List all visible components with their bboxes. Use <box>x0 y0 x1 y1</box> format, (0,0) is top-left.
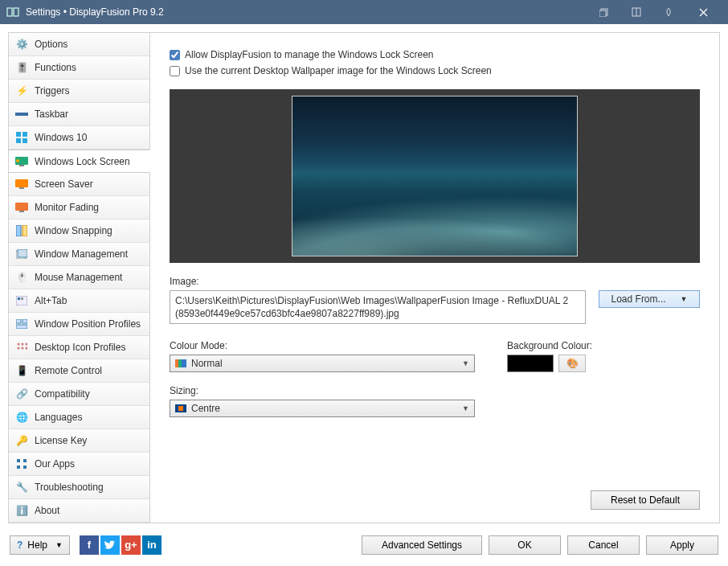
image-path-field[interactable]: C:\Users\Keith\Pictures\DisplayFusion\We… <box>170 290 586 324</box>
help-icon: ? <box>17 539 22 551</box>
info-icon: ℹ️ <box>15 504 28 517</box>
apply-button[interactable]: Apply <box>646 535 718 555</box>
sidebar-item-label: Troubleshooting <box>35 482 104 493</box>
restore-icon[interactable] <box>588 0 620 24</box>
sidebar-item-screensaver[interactable]: Screen Saver <box>9 173 149 196</box>
cancel-button[interactable]: Cancel <box>567 535 640 555</box>
sidebar-item-label: Triggers <box>35 85 70 96</box>
svg-rect-28 <box>22 319 27 323</box>
facebook-icon[interactable]: f <box>80 535 99 555</box>
sizing-select[interactable]: Centre ▼ <box>170 400 475 417</box>
sidebar-item-label: Compatibility <box>35 388 90 400</box>
twitter-icon[interactable] <box>100 535 120 555</box>
use-current-input[interactable] <box>170 66 180 76</box>
sidebar-item-troubleshoot[interactable]: 🔧Troubleshooting <box>9 476 149 499</box>
sidebar-item-mouse[interactable]: 🖱️Mouse Management <box>9 266 149 289</box>
wrench-icon: 🔧 <box>15 481 28 494</box>
sidebar-item-taskbar[interactable]: Taskbar <box>9 103 149 126</box>
sidebar-item-triggers[interactable]: ⚡Triggers <box>9 80 149 103</box>
svg-rect-27 <box>16 319 21 323</box>
svg-rect-25 <box>18 297 20 300</box>
snapping-icon <box>15 224 28 237</box>
svg-rect-11 <box>16 138 21 143</box>
mouse-icon: 🖱️ <box>15 271 28 284</box>
sidebar-item-fading[interactable]: Monitor Fading <box>9 196 149 219</box>
sidebar-item-lockscreen[interactable]: Windows Lock Screen <box>9 150 150 173</box>
palette-icon <box>175 359 186 367</box>
sidebar-item-label: Remote Control <box>35 365 102 376</box>
svg-point-31 <box>22 343 24 346</box>
use-current-checkbox[interactable]: Use the current Desktop Wallpaper image … <box>170 65 700 76</box>
bg-colour-swatch <box>507 355 554 372</box>
allow-manage-checkbox[interactable]: Allow DisplayFusion to manage the Window… <box>170 49 700 60</box>
bg-colour-label: Background Colour: <box>507 340 700 351</box>
sizing-label: Sizing: <box>170 385 475 396</box>
svg-rect-3 <box>599 10 606 17</box>
ok-button[interactable]: OK <box>489 535 561 555</box>
colour-mode-select[interactable]: Normal ▼ <box>170 355 475 372</box>
svg-point-30 <box>18 343 20 346</box>
footer: ? Help ▼ f g+ in Advanced Settings OK Ca… <box>8 523 720 558</box>
sidebar-item-snapping[interactable]: Window Snapping <box>9 219 149 243</box>
sidebar-item-positions[interactable]: Window Position Profiles <box>9 313 149 336</box>
compat-icon: 🔗 <box>15 388 28 400</box>
key-icon: 🔑 <box>15 434 28 447</box>
sidebar-item-license[interactable]: 🔑License Key <box>9 429 149 453</box>
close-icon[interactable] <box>685 0 722 24</box>
sidebar-item-options[interactable]: ⚙️Options <box>9 33 149 56</box>
pin-icon[interactable] <box>652 0 685 24</box>
svg-rect-10 <box>22 132 27 137</box>
centre-icon <box>175 404 186 412</box>
svg-rect-26 <box>21 297 23 300</box>
sidebar-item-label: Window Snapping <box>35 225 112 236</box>
screensaver-icon <box>15 178 28 191</box>
preview-image <box>292 96 578 256</box>
monitor-icon <box>15 155 28 168</box>
svg-point-32 <box>26 343 28 346</box>
svg-rect-23 <box>18 249 27 257</box>
svg-rect-37 <box>23 459 27 462</box>
sidebar-item-label: About <box>35 505 59 516</box>
windows-icon <box>15 131 28 144</box>
sidebar-item-remote[interactable]: 📱Remote Control <box>9 359 149 383</box>
sidebar-item-winmgmt[interactable]: Window Management <box>9 243 149 266</box>
googleplus-icon[interactable]: g+ <box>121 535 141 555</box>
sidebar-item-label: Windows Lock Screen <box>35 156 130 167</box>
load-from-label: Load From... <box>611 293 666 305</box>
sidebar-item-alttab[interactable]: Alt+Tab <box>9 289 149 313</box>
reset-button[interactable]: Reset to Default <box>591 490 700 510</box>
apps-icon <box>15 457 28 470</box>
content-pane: Allow DisplayFusion to manage the Window… <box>150 33 719 523</box>
sidebar-item-functions[interactable]: 🎚️Functions <box>9 56 149 80</box>
maximize-icon[interactable] <box>620 0 652 24</box>
allow-manage-input[interactable] <box>170 50 180 60</box>
sidebar-item-label: Mouse Management <box>35 272 122 283</box>
svg-point-35 <box>26 347 28 350</box>
app-icon <box>6 6 19 18</box>
bg-colour-picker-button[interactable]: 🎨 <box>558 355 586 372</box>
sidebar-item-label: Window Position Profiles <box>35 318 141 330</box>
svg-rect-9 <box>16 132 21 137</box>
social-links: f g+ in <box>80 535 162 555</box>
linkedin-icon[interactable]: in <box>142 535 162 555</box>
sliders-icon: 🎚️ <box>15 61 28 74</box>
sidebar-item-ourapps[interactable]: Our Apps <box>9 453 149 476</box>
sidebar-item-label: Desktop Icon Profiles <box>35 342 125 353</box>
svg-rect-12 <box>22 138 27 143</box>
advanced-settings-button[interactable]: Advanced Settings <box>362 535 482 555</box>
sidebar-item-languages[interactable]: 🌐Languages <box>9 406 149 429</box>
titlebar: Settings • DisplayFusion Pro 9.2 <box>0 0 728 24</box>
sidebar: ⚙️Options 🎚️Functions ⚡Triggers Taskbar … <box>9 33 150 523</box>
help-label: Help <box>27 539 47 551</box>
window-mgmt-icon <box>15 248 28 260</box>
svg-rect-0 <box>7 8 12 16</box>
sidebar-item-windows10[interactable]: Windows 10 <box>9 126 149 150</box>
sidebar-item-label: Window Management <box>35 248 128 260</box>
sidebar-item-compat[interactable]: 🔗Compatibility <box>9 383 149 406</box>
sidebar-item-about[interactable]: ℹ️About <box>9 499 149 523</box>
help-button[interactable]: ? Help ▼ <box>10 535 70 555</box>
gear-icon: ⚙️ <box>15 38 28 51</box>
sidebar-item-desktopicons[interactable]: Desktop Icon Profiles <box>9 336 149 359</box>
load-from-button[interactable]: Load From... ▼ <box>599 290 700 308</box>
bolt-icon: ⚡ <box>15 84 28 97</box>
